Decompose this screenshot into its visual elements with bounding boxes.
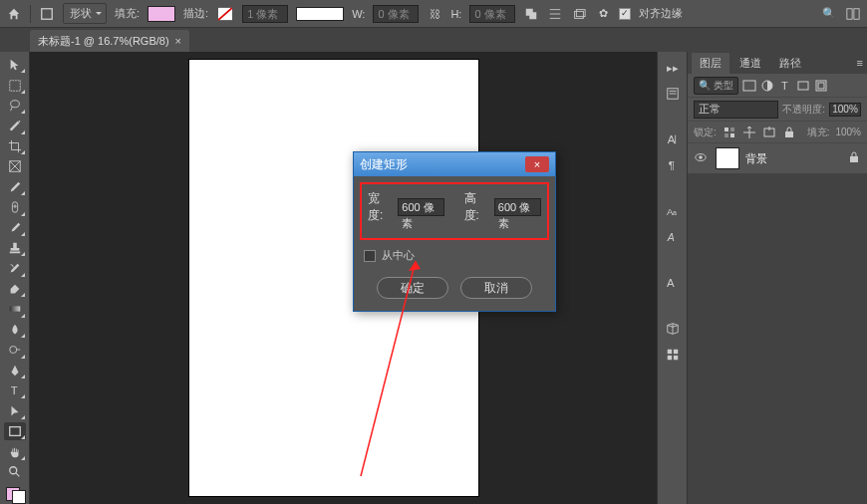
crop-tool[interactable] <box>4 137 26 155</box>
filter-adjust-icon[interactable] <box>760 79 774 93</box>
document-tab[interactable]: 未标题-1 @ 16.7%(RGB/8) × <box>30 30 189 52</box>
paragraph-panel-icon[interactable]: ¶ <box>663 155 683 175</box>
dodge-tool[interactable] <box>4 341 26 359</box>
dialog-height-input[interactable]: 600 像素 <box>494 198 541 216</box>
width-input[interactable]: 0 像素 <box>373 5 419 23</box>
character-panel-icon[interactable]: A <box>663 129 683 149</box>
lasso-tool[interactable] <box>4 97 26 115</box>
fill-input[interactable]: 100% <box>835 126 861 137</box>
link-icon[interactable]: ⛓ <box>427 6 442 22</box>
from-center-checkbox[interactable] <box>364 250 376 262</box>
para-styles-icon[interactable]: A <box>663 227 683 247</box>
dialog-close-button[interactable]: × <box>525 156 549 172</box>
filter-shape-icon[interactable] <box>796 79 810 93</box>
layers-panel: 图层 通道 路径 ≡ 🔍 类型 T 正常 不透明度: 100% 锁定: 填充: … <box>688 52 867 504</box>
svg-rect-10 <box>847 8 852 19</box>
h-label: H: <box>450 8 461 20</box>
layer-filter-select[interactable]: 🔍 类型 <box>694 77 738 95</box>
stroke-width-input[interactable]: 1 像素 <box>242 5 288 23</box>
document-tabs: 未标题-1 @ 16.7%(RGB/8) × <box>0 28 867 52</box>
blend-mode-select[interactable]: 正常 <box>694 101 778 119</box>
svg-rect-46 <box>673 356 677 360</box>
cancel-button[interactable]: 取消 <box>460 277 532 299</box>
svg-line-30 <box>15 473 19 477</box>
healing-tool[interactable] <box>4 198 26 216</box>
svg-rect-50 <box>798 82 808 90</box>
tab-paths[interactable]: 路径 <box>771 53 809 74</box>
history-panel-icon[interactable] <box>663 84 683 104</box>
svg-text:A: A <box>666 277 674 289</box>
dialog-titlebar[interactable]: 创建矩形 × <box>354 152 555 176</box>
layer-lock-icon[interactable] <box>847 150 861 166</box>
type-tool[interactable]: T <box>4 381 26 399</box>
color-swatches[interactable] <box>4 487 26 504</box>
pen-tool[interactable] <box>4 362 26 379</box>
layer-row[interactable]: 背景 <box>688 143 867 173</box>
panel-menu-icon[interactable]: ≡ <box>857 57 863 69</box>
layer-name[interactable]: 背景 <box>745 151 767 166</box>
char-styles-icon[interactable]: Aa <box>663 201 683 221</box>
layer-thumbnail[interactable] <box>716 147 739 169</box>
visibility-icon[interactable] <box>694 150 710 166</box>
workspace-icon[interactable] <box>845 6 861 22</box>
brush-tool[interactable] <box>4 219 26 237</box>
history-brush-tool[interactable] <box>4 259 26 277</box>
lock-all-icon[interactable] <box>782 126 796 139</box>
fill-label: 填充: <box>115 6 140 21</box>
lock-artboard-icon[interactable] <box>762 126 776 139</box>
tool-mode-select[interactable]: 形状 <box>63 3 107 24</box>
svg-point-14 <box>18 120 20 122</box>
gear-icon[interactable]: ✿ <box>595 6 611 22</box>
path-align-icon[interactable] <box>547 6 563 22</box>
opacity-input[interactable]: 100% <box>829 103 861 117</box>
align-edges-checkbox[interactable] <box>619 8 631 20</box>
filter-smart-icon[interactable] <box>814 79 828 93</box>
svg-point-25 <box>9 347 16 354</box>
background-color[interactable] <box>12 490 26 504</box>
zoom-tool[interactable] <box>4 463 26 481</box>
swatches-panel-icon[interactable] <box>663 345 683 365</box>
svg-rect-53 <box>724 127 728 131</box>
layers-list: 背景 <box>688 143 867 504</box>
filter-image-icon[interactable] <box>742 79 756 93</box>
rectangle-tool[interactable] <box>4 422 26 440</box>
dialog-width-input[interactable]: 600 像素 <box>398 198 444 216</box>
filter-type-icon[interactable]: T <box>778 79 792 93</box>
tab-layers[interactable]: 图层 <box>692 53 729 74</box>
path-combine-icon[interactable] <box>523 6 539 22</box>
canvas-area[interactable]: 创建矩形 × 宽度: 600 像素 高度: 600 像素 从中心 <box>30 52 658 504</box>
svg-rect-59 <box>785 131 793 137</box>
svg-text:T: T <box>781 80 788 92</box>
svg-rect-22 <box>10 248 19 251</box>
dialog-title: 创建矩形 <box>360 156 408 173</box>
magic-wand-tool[interactable] <box>4 117 26 134</box>
shape-preset-icon[interactable] <box>39 6 55 22</box>
stamp-tool[interactable] <box>4 239 26 257</box>
lock-pixels-icon[interactable] <box>722 126 736 139</box>
path-select-tool[interactable] <box>4 401 26 419</box>
eyedropper-tool[interactable] <box>4 178 26 196</box>
eraser-tool[interactable] <box>4 280 26 298</box>
stroke-color-swatch[interactable] <box>216 7 234 21</box>
glyphs-panel-icon[interactable]: A <box>663 273 683 293</box>
search-icon[interactable]: 🔍 <box>821 6 837 22</box>
height-input[interactable]: 0 像素 <box>469 5 515 23</box>
marquee-tool[interactable] <box>4 76 26 94</box>
home-icon[interactable] <box>6 6 22 22</box>
ok-button[interactable]: 确定 <box>377 277 448 299</box>
libraries-icon[interactable] <box>663 319 683 339</box>
frame-tool[interactable] <box>4 157 26 175</box>
fill-color-swatch[interactable] <box>147 6 175 22</box>
move-tool[interactable] <box>4 56 26 74</box>
blur-tool[interactable] <box>4 321 26 339</box>
path-arrange-icon[interactable] <box>571 6 587 22</box>
hand-tool[interactable] <box>4 442 26 460</box>
svg-rect-47 <box>743 81 755 91</box>
lock-label: 锁定: <box>694 126 717 139</box>
expand-panel-icon[interactable]: ▸▸ <box>663 58 683 78</box>
gradient-tool[interactable] <box>4 300 26 318</box>
lock-position-icon[interactable] <box>742 126 756 139</box>
close-tab-icon[interactable]: × <box>175 35 181 47</box>
tab-channels[interactable]: 通道 <box>731 53 769 74</box>
stroke-style-select[interactable] <box>296 7 344 21</box>
